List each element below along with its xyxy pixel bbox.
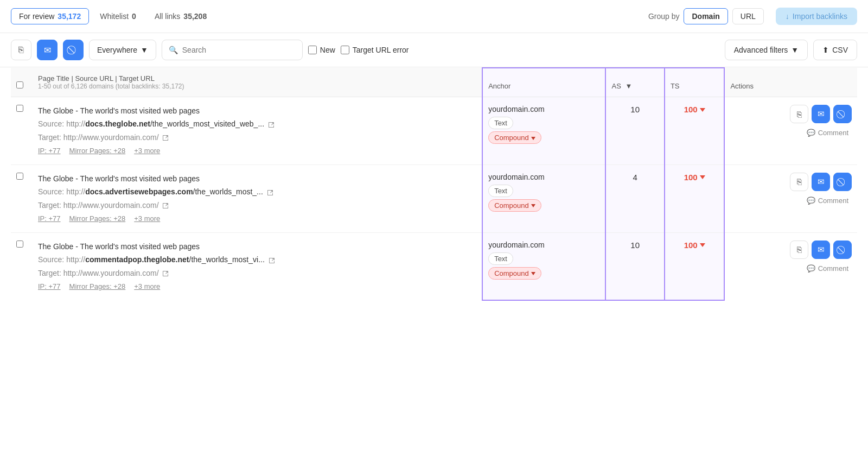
row-source: Source: http://docs.advertisewebpages.co… (38, 186, 476, 198)
group-by-url-button[interactable]: URL (732, 8, 764, 24)
as-th[interactable]: AS ▼ (605, 68, 664, 97)
row-checkbox-td (11, 164, 33, 232)
send-icon-button[interactable]: ✉ (37, 40, 58, 60)
new-filter-checkbox[interactable] (308, 46, 317, 54)
import-backlinks-button[interactable]: ↓ Import backlinks (776, 8, 857, 25)
row-checkbox[interactable] (16, 173, 23, 180)
group-by-label: Group by (648, 12, 680, 21)
row-checkbox[interactable] (16, 105, 23, 112)
comment-button[interactable]: 💬 Comment (803, 128, 852, 138)
copy-action-button[interactable]: ⎘ (790, 173, 808, 191)
export-icon-button[interactable]: ⎘ (11, 40, 31, 60)
source-link[interactable]: docs.advertisewebpages.com/the_worlds_mo… (85, 187, 263, 196)
anchor-cell: yourdomain.com Text Compound (482, 164, 605, 232)
row-target: Target: http://www.yourdomain.com/ (38, 199, 476, 211)
advanced-filters-button[interactable]: Advanced filters ▼ (725, 40, 808, 60)
ip-link[interactable]: IP: +77 (38, 281, 61, 293)
tab-for-review[interactable]: For review 35,172 (11, 8, 89, 24)
advanced-filters-label: Advanced filters (734, 46, 788, 54)
mirror-pages-link[interactable]: Mirror Pages: +28 (69, 213, 126, 225)
tab-all-links[interactable]: All links 35,208 (147, 9, 214, 24)
anchor-th: Anchor (482, 68, 605, 97)
ts-value[interactable]: 100 (671, 105, 719, 114)
tab-whitelist[interactable]: Whitelist 0 (92, 9, 144, 24)
anchor-domain: yourdomain.com (488, 241, 599, 249)
block-action-button[interactable]: ⃠ (833, 105, 852, 123)
external-link-icon-2 (162, 270, 169, 277)
table-row: The Globe - The world's most visited web… (11, 232, 857, 300)
anchor-compound-tag[interactable]: Compound (488, 131, 541, 144)
action-icons: ⎘ ✉ ⃠ (790, 173, 852, 191)
ts-cell: 100 (665, 232, 725, 300)
actions-cell: ⎘ ✉ ⃠ 💬 Comment (725, 97, 857, 145)
comment-button[interactable]: 💬 Comment (803, 263, 852, 274)
chevron-down-icon-compound (531, 204, 535, 207)
download-icon: ↓ (786, 12, 789, 21)
row-title: The Globe - The world's most visited web… (38, 241, 476, 252)
ip-link[interactable]: IP: +77 (38, 213, 61, 225)
external-link-icon-2 (162, 135, 169, 141)
page-title-cell: The Globe - The world's most visited web… (33, 232, 482, 300)
as-cell: 10 (605, 232, 664, 300)
source-link[interactable]: docs.theglobe.net/the_worlds_most_visite… (85, 119, 264, 128)
comment-icon: 💬 (807, 129, 815, 137)
group-by-section: Group by Domain URL (648, 8, 764, 24)
search-box: 🔍 (162, 40, 303, 60)
backlinks-table: Page Title | Source URL | Target URL 1-5… (11, 67, 857, 301)
comment-icon: 💬 (807, 197, 815, 205)
ts-value[interactable]: 100 (671, 241, 719, 250)
page-title-cell: The Globe - The world's most visited web… (33, 164, 482, 232)
block-action-button[interactable]: ⃠ (833, 241, 852, 259)
group-by-domain-button[interactable]: Domain (684, 8, 727, 24)
action-icons: ⎘ ✉ ⃠ (790, 241, 852, 259)
send-action-button[interactable]: ✉ (812, 173, 830, 191)
row-title: The Globe - The world's most visited web… (38, 173, 476, 185)
anchor-compound-tag[interactable]: Compound (488, 267, 541, 280)
ip-link[interactable]: IP: +77 (38, 145, 61, 157)
backlinks-table-wrap: Page Title | Source URL | Target URL 1-5… (0, 67, 868, 301)
block-icon-button[interactable]: ⃠ (63, 40, 84, 60)
ts-cell: 100 (665, 97, 725, 165)
row-extra-links: IP: +77 Mirror Pages: +28 +3 more (38, 145, 476, 157)
more-link[interactable]: +3 more (134, 281, 160, 293)
ts-cell: 100 (665, 164, 725, 232)
block-action-button[interactable]: ⃠ (833, 173, 852, 191)
tab-for-review-count: 35,172 (58, 12, 81, 21)
target-url-error-checkbox[interactable] (341, 46, 349, 54)
search-input[interactable] (182, 46, 296, 54)
as-cell: 10 (605, 97, 664, 165)
target-url-error-label[interactable]: Target URL error (341, 46, 409, 54)
select-all-checkbox[interactable] (16, 81, 23, 88)
comment-button[interactable]: 💬 Comment (803, 195, 852, 206)
tab-for-review-label: For review (19, 12, 54, 21)
more-link[interactable]: +3 more (134, 145, 160, 157)
tab-whitelist-count: 0 (132, 12, 136, 21)
csv-label: CSV (832, 46, 848, 54)
more-link[interactable]: +3 more (134, 213, 160, 225)
send-action-button[interactable]: ✉ (812, 105, 830, 123)
action-icons: ⎘ ✉ ⃠ (790, 105, 852, 123)
mirror-pages-link[interactable]: Mirror Pages: +28 (69, 145, 126, 157)
everywhere-label: Everywhere (97, 46, 137, 54)
source-link[interactable]: commentadpop.theglobe.net/the_worlds_mos… (85, 255, 265, 264)
mirror-pages-link[interactable]: Mirror Pages: +28 (69, 281, 126, 293)
select-all-th (11, 68, 33, 97)
everywhere-dropdown[interactable]: Everywhere ▼ (89, 40, 156, 60)
row-checkbox[interactable] (16, 241, 23, 248)
ts-th: TS (665, 68, 725, 97)
new-filter-label[interactable]: New (308, 46, 335, 54)
anchor-cell: yourdomain.com Text Compound (482, 232, 605, 300)
chevron-down-icon-ts (700, 175, 705, 179)
table-row: The Globe - The world's most visited web… (11, 164, 857, 232)
anchor-compound-tag[interactable]: Compound (488, 199, 541, 212)
table-subtitle: 1-50 out of 6,126 domains (total backlin… (38, 83, 476, 90)
copy-action-button[interactable]: ⎘ (790, 241, 808, 259)
tab-all-links-label: All links (155, 12, 180, 21)
chevron-down-icon-compound (531, 137, 535, 140)
anchor-domain: yourdomain.com (488, 105, 599, 113)
csv-button[interactable]: ⬆ CSV (813, 40, 857, 60)
external-link-icon (269, 257, 275, 264)
copy-action-button[interactable]: ⎘ (790, 105, 808, 123)
ts-value[interactable]: 100 (671, 173, 719, 182)
send-action-button[interactable]: ✉ (812, 241, 830, 259)
